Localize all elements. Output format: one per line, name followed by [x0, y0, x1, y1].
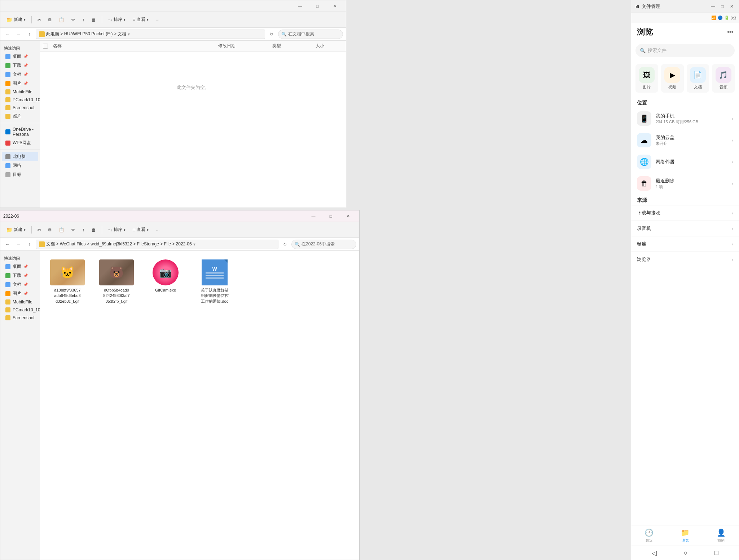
source-browser[interactable]: 浏览器 ›: [631, 252, 739, 267]
bottom-breadcrumb[interactable]: 文档 > WeChat Files > wxid_69afmcj3kl5322 …: [36, 240, 278, 249]
cat-images-btn[interactable]: 🖼 图片: [635, 64, 658, 93]
view-btn[interactable]: ≡ 查看 ▾: [130, 15, 151, 24]
sort-btn[interactable]: ↑↓ 排序 ▾: [105, 15, 128, 24]
bottom-cut-btn[interactable]: ✂: [35, 226, 44, 234]
location-network[interactable]: 🌐 网络邻居 ›: [631, 151, 739, 173]
sort-icon: ↑↓: [108, 17, 112, 22]
bottom-new-btn[interactable]: 📁 新建 ▾: [3, 225, 28, 234]
bottom-sidebar-pcmark[interactable]: PCmark10_10753: [2, 306, 38, 314]
phone-more-menu-btn[interactable]: •••: [727, 29, 733, 35]
phone-maximize-btn[interactable]: □: [719, 3, 726, 10]
back-arrow-btn[interactable]: ◁: [652, 549, 657, 557]
breadcrumb[interactable]: 此电脑 > HUAWEI P50 Pocket (E:) > 文档 ▾: [36, 30, 265, 39]
source-recorder-name: 录音机: [637, 225, 731, 232]
forward-btn[interactable]: →: [14, 30, 23, 39]
cat-docs-btn[interactable]: 📄 文档: [687, 64, 709, 93]
sidebar-item-mobilefile[interactable]: MobileFile: [2, 88, 38, 96]
sidebar-item-goal[interactable]: 目标: [2, 170, 38, 179]
sidebar-item-docs[interactable]: 文档 📌: [2, 70, 38, 79]
sidebar-item-desktop[interactable]: 桌面 📌: [2, 52, 38, 61]
location-myphone[interactable]: 📱 我的手机 234.15 GB 可用/256 GB ›: [631, 108, 739, 129]
sidebar-item-screenshot[interactable]: Screenshot: [2, 104, 38, 112]
bear-image: [99, 259, 134, 285]
bottom-search-box[interactable]: 🔍 在2022-06中搜索: [291, 240, 356, 249]
bottom-sidebar-pics[interactable]: 图片 📌: [2, 289, 38, 298]
bottom-sidebar-download[interactable]: 下载 📌: [2, 271, 38, 280]
sidebar-item-network[interactable]: 网络: [2, 161, 38, 170]
source-download[interactable]: 下载与接收 ›: [631, 205, 739, 221]
col-size-header[interactable]: 大小: [314, 43, 343, 49]
top-minimize-btn[interactable]: —: [292, 0, 308, 12]
phone-time: 9:3: [731, 16, 736, 20]
phone-search-box[interactable]: 🔍 搜索文件: [635, 44, 735, 57]
bottom-back-btn[interactable]: ←: [3, 240, 12, 249]
cut-btn[interactable]: ✂: [35, 16, 44, 24]
path-dropdown-icon[interactable]: ▾: [128, 32, 130, 37]
location-cloud[interactable]: ☁ 我的云盘 未开启 ›: [631, 129, 739, 151]
file-item-cat[interactable]: a18bbf9f83657adb649d3ebd8d32eb3c_t.gif: [46, 257, 89, 307]
sidebar-item-pics[interactable]: 图片 📌: [2, 79, 38, 88]
more-btn[interactable]: ···: [153, 16, 162, 24]
home-circle-btn[interactable]: ○: [684, 549, 688, 557]
bottom-sidebar-desktop[interactable]: 桌面 📌: [2, 262, 38, 271]
col-name-header[interactable]: 名称: [52, 43, 217, 49]
bottom-sidebar-screenshot[interactable]: Screenshot: [2, 314, 38, 322]
bottom-close-btn[interactable]: ✕: [340, 210, 356, 222]
bottom-refresh-btn[interactable]: ↻: [281, 240, 289, 249]
phone-tab-mine[interactable]: 👤 我的: [703, 525, 739, 546]
bottom-minimize-btn[interactable]: —: [305, 210, 322, 222]
refresh-btn[interactable]: ↻: [267, 30, 276, 39]
share-btn[interactable]: ↑: [79, 16, 87, 24]
source-recorder[interactable]: 录音机 ›: [631, 221, 739, 236]
rename-btn[interactable]: ✏: [69, 16, 78, 24]
bottom-share-btn[interactable]: ↑: [79, 226, 87, 234]
bottom-up-btn[interactable]: ↑: [25, 240, 34, 249]
cat-audio-btn[interactable]: 🎵 音频: [712, 64, 735, 93]
recents-square-btn[interactable]: □: [714, 549, 718, 557]
phone-close-btn[interactable]: ✕: [728, 3, 735, 10]
sidebar-item-photos[interactable]: 照片: [2, 112, 38, 121]
phone-tab-browse[interactable]: 📁 浏览: [667, 525, 703, 546]
bottom-copy-btn[interactable]: ⧉: [45, 226, 54, 234]
file-item-doc[interactable]: W 关于认真做好清明假期疫情防控工作的通知.doc: [193, 257, 236, 307]
new-btn[interactable]: 📁 新建 ▾: [3, 15, 28, 24]
sidebar-item-wps[interactable]: WPS网盘: [2, 138, 38, 147]
col-date-header[interactable]: 修改日期: [217, 43, 271, 49]
sidebar-item-thispc[interactable]: 此电脑: [2, 152, 38, 161]
top-maximize-btn[interactable]: □: [309, 0, 326, 12]
cat-video-btn[interactable]: ▶ 视频: [661, 64, 684, 93]
select-all-checkbox[interactable]: [43, 44, 48, 49]
back-btn[interactable]: ←: [3, 30, 12, 39]
paste-btn[interactable]: 📋: [56, 16, 67, 24]
sidebar-item-download[interactable]: 下载 📌: [2, 61, 38, 70]
b-desktop-label: 桌面: [13, 263, 21, 270]
up-btn[interactable]: ↑: [25, 30, 34, 39]
bottom-paste-btn[interactable]: 📋: [56, 226, 67, 234]
bottom-maximize-btn[interactable]: □: [322, 210, 339, 222]
location-deleted[interactable]: 🗑 最近删除 1 项 ›: [631, 173, 739, 194]
bottom-rename-btn[interactable]: ✏: [69, 226, 78, 234]
sidebar-item-onedrive[interactable]: OneDrive - Persona: [2, 125, 38, 138]
bottom-view-btn[interactable]: □ 查看 ▾: [130, 225, 151, 234]
phone-minimize-btn[interactable]: —: [709, 3, 717, 10]
header-checkbox[interactable]: [43, 44, 52, 49]
col-type-header[interactable]: 类型: [271, 43, 314, 49]
top-search-box[interactable]: 🔍 在文档中搜索: [278, 30, 343, 39]
trash-icon: 🗑: [641, 179, 648, 188]
bottom-delete-btn[interactable]: 🗑: [89, 226, 99, 234]
bottom-forward-btn[interactable]: →: [14, 240, 23, 249]
bottom-path-dropdown-icon[interactable]: ▾: [193, 242, 195, 247]
file-item-gifcam[interactable]: 📷 GifCam.exe: [144, 257, 187, 307]
bottom-sort-btn[interactable]: ↑↓ 排序 ▾: [105, 225, 128, 234]
bottom-more-btn[interactable]: ···: [153, 226, 162, 234]
phone-tab-recent[interactable]: 🕐 最近: [631, 525, 667, 546]
top-close-btn[interactable]: ✕: [326, 0, 343, 12]
bottom-sidebar-mobilefile[interactable]: MobileFile: [2, 298, 38, 306]
source-connect[interactable]: 畅连 ›: [631, 236, 739, 252]
file-item-bear[interactable]: d6fbb5b4cad082424930f3af7053f2fb_t.gif: [95, 257, 138, 307]
bottom-sidebar-docs[interactable]: 文档 📌: [2, 280, 38, 289]
delete-btn[interactable]: 🗑: [89, 16, 99, 24]
sidebar-item-pcmark[interactable]: PCmark10_10753: [2, 96, 38, 104]
b-pics-icon: [5, 291, 10, 296]
copy-btn[interactable]: ⧉: [45, 16, 54, 24]
